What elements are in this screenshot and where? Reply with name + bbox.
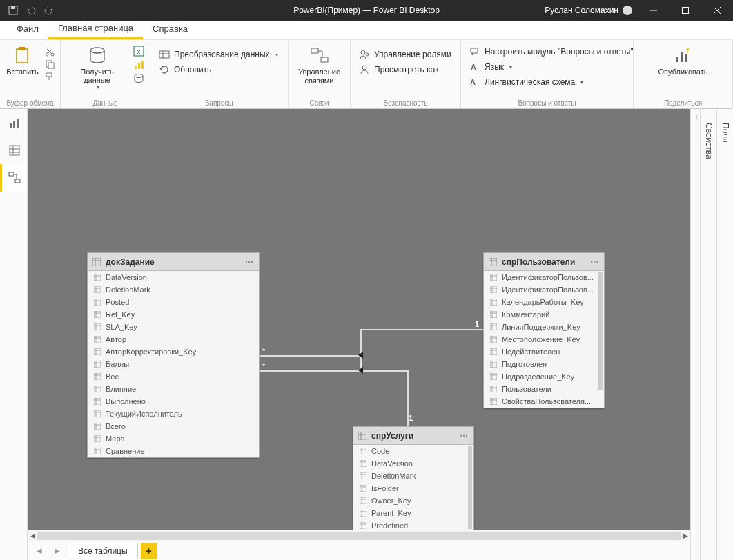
redo-icon[interactable] <box>40 0 58 21</box>
minimize-button[interactable] <box>638 0 670 21</box>
view-as-button[interactable]: Просмотреть как <box>356 63 454 76</box>
page-prev-button[interactable]: ◀ <box>32 543 47 559</box>
maximize-button[interactable] <box>670 0 701 21</box>
table-field[interactable]: Code <box>353 445 473 457</box>
copy-icon[interactable] <box>45 59 55 69</box>
svg-rect-124 <box>490 398 497 405</box>
user-name: Руслан Соломахин <box>545 6 618 15</box>
table-field[interactable]: Predefined <box>353 519 473 530</box>
publish-icon <box>673 46 694 66</box>
model-canvas[interactable]: * * 1 1 докЗадание⋯ DataVersionDeletionM… <box>28 109 690 530</box>
table-field[interactable]: Всего <box>88 420 259 432</box>
fields-pane[interactable]: Поля <box>716 109 733 560</box>
table-scrollbar[interactable] <box>468 446 472 529</box>
data-view-button[interactable] <box>0 137 27 164</box>
paste-button[interactable]: Вставить <box>6 43 39 79</box>
tab-help[interactable]: Справка <box>143 19 197 39</box>
table-scrollbar[interactable] <box>598 272 603 390</box>
table-field[interactable]: ЛинияПоддержки_Key <box>484 321 604 333</box>
table-field[interactable]: Сравнение <box>88 445 259 457</box>
table-field[interactable]: Posted <box>88 296 259 308</box>
field-icon <box>93 422 101 430</box>
svg-rect-103 <box>490 311 497 318</box>
manage-relations-button[interactable]: Управление связями <box>294 43 344 88</box>
table-field[interactable]: Мера <box>88 432 259 445</box>
table-services[interactable]: спрУслуги⋯ CodeDataVersionDeletionMarkIs… <box>353 426 474 530</box>
pbi-dataset-icon[interactable] <box>133 59 144 70</box>
table-field[interactable]: Местоположение_Key <box>484 333 604 346</box>
page-tab-all[interactable]: Все таблицы <box>68 543 138 559</box>
table-field[interactable]: Комментарий <box>484 308 604 321</box>
undo-icon[interactable] <box>22 0 40 21</box>
properties-pane[interactable]: Свойства <box>700 109 716 560</box>
refresh-button[interactable]: Обновить <box>156 63 281 76</box>
language-button[interactable]: AЯзык▾ <box>467 61 636 73</box>
table-field[interactable]: DataVersion <box>88 271 259 283</box>
table-field[interactable]: СвойстваПользователя... <box>484 395 604 408</box>
publish-button[interactable]: Опубликовать <box>657 43 710 79</box>
table-field[interactable]: DeletionMark <box>88 283 259 296</box>
save-icon[interactable] <box>4 0 22 21</box>
table-field[interactable]: АвторКорректировки_Key <box>88 346 259 358</box>
table-menu-icon[interactable]: ⋯ <box>590 257 600 267</box>
schema-icon: A <box>469 77 480 88</box>
svg-rect-136 <box>360 472 366 479</box>
table-field[interactable]: ИдентификаторПользов... <box>484 283 604 296</box>
table-field[interactable]: ТекущийИсполнитель <box>88 408 259 420</box>
table-field[interactable]: Автор <box>88 333 259 346</box>
page-next-button[interactable]: ▶ <box>50 543 65 559</box>
table-field[interactable]: Выполнено <box>88 395 259 408</box>
table-field[interactable]: Подразделение_Key <box>484 370 604 383</box>
add-page-button[interactable]: + <box>141 543 157 559</box>
table-menu-icon[interactable]: ⋯ <box>460 431 469 441</box>
table-icon <box>488 257 498 267</box>
excel-icon[interactable]: x <box>133 46 144 57</box>
transform-data-button[interactable]: Преобразование данных▾ <box>156 48 281 61</box>
field-icon <box>489 385 498 393</box>
table-field[interactable]: DeletionMark <box>353 470 473 482</box>
table-field[interactable]: Owner_Key <box>353 494 473 507</box>
table-dok[interactable]: докЗадание⋯ DataVersionDeletionMarkPoste… <box>87 252 260 458</box>
table-field[interactable]: Недействителен <box>484 346 604 358</box>
scroll-right-icon[interactable]: ▶ <box>681 530 690 541</box>
canvas-hscroll[interactable]: ◀ ▶ <box>28 530 690 541</box>
tab-home[interactable]: Главная страница <box>48 19 143 39</box>
cut-icon[interactable] <box>45 47 55 57</box>
scroll-thumb[interactable] <box>37 532 681 540</box>
tab-file[interactable]: Файл <box>7 19 48 39</box>
svg-rect-19 <box>159 51 169 58</box>
report-view-button[interactable] <box>0 109 27 137</box>
svg-rect-49 <box>94 286 101 293</box>
close-button[interactable] <box>701 0 733 21</box>
table-field[interactable]: SLA_Key <box>88 321 259 333</box>
user-account[interactable]: Руслан Соломахин <box>539 6 638 15</box>
table-field[interactable]: Ref_Key <box>88 308 259 321</box>
table-field[interactable]: Пользователи <box>484 383 604 395</box>
table-field[interactable]: КалендарьРаботы_Key <box>484 296 604 308</box>
svg-point-18 <box>135 74 143 78</box>
get-data-button[interactable]: Получить данные▾ <box>66 43 128 93</box>
roles-icon <box>359 49 370 60</box>
svg-rect-145 <box>360 510 366 517</box>
table-field[interactable]: DataVersion <box>353 457 473 470</box>
format-painter-icon[interactable] <box>45 72 55 81</box>
linguistic-schema-button[interactable]: AЛингвистическая схема▾ <box>467 76 636 88</box>
table-field[interactable]: ИдентификаторПользов... <box>484 271 604 283</box>
table-field[interactable]: IsFolder <box>353 482 473 494</box>
table-field[interactable]: Баллы <box>88 358 259 370</box>
field-icon <box>489 310 498 319</box>
table-field[interactable]: Вес <box>88 370 259 383</box>
sql-icon[interactable] <box>133 73 144 84</box>
manage-roles-button[interactable]: Управление ролями <box>356 48 454 61</box>
svg-rect-121 <box>490 386 497 392</box>
table-users[interactable]: спрПользователи⋯ ИдентификаторПользов...… <box>483 252 605 408</box>
table-field[interactable]: Влияние <box>88 383 259 395</box>
language-icon: A <box>469 61 480 72</box>
table-field[interactable]: Parent_Key <box>353 507 473 519</box>
configure-qa-button[interactable]: Настроить модуль "Вопросы и ответы" <box>467 46 636 58</box>
table-field[interactable]: Подготовлен <box>484 358 604 370</box>
scroll-left-icon[interactable]: ◀ <box>28 530 37 541</box>
model-view-button[interactable] <box>0 164 27 192</box>
expand-properties-button[interactable]: 〈 <box>690 109 700 560</box>
table-menu-icon[interactable]: ⋯ <box>245 257 255 267</box>
